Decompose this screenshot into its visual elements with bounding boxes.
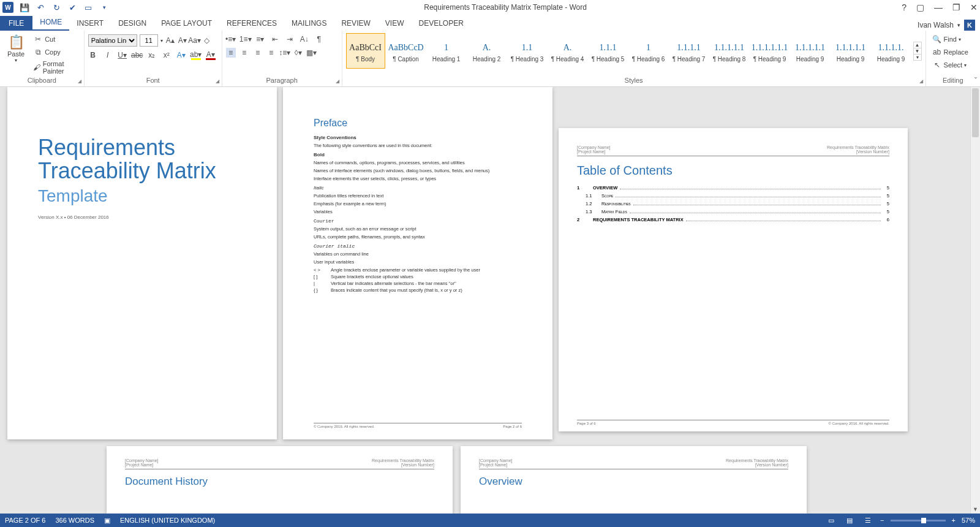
view-print-icon[interactable]: ▤	[843, 515, 856, 525]
zoom-in-icon[interactable]: +	[952, 517, 956, 524]
text-effects-icon[interactable]: A▾	[176, 50, 186, 60]
spellcheck-icon[interactable]: ✔	[67, 2, 77, 12]
style-item[interactable]: 1.1.1.1.1.1¶ Heading 9	[750, 33, 790, 69]
show-marks-icon[interactable]: ¶	[314, 34, 324, 44]
subscript-icon[interactable]: x₂	[147, 50, 157, 60]
tab-file[interactable]: FILE	[0, 16, 32, 31]
style-item[interactable]: AaBbCcI¶ Body	[346, 33, 385, 69]
style-item[interactable]: AaBbCcD¶ Caption	[386, 33, 426, 69]
paste-button[interactable]: 📋 Paste ▾	[4, 32, 28, 66]
tab-insert[interactable]: INSERT	[69, 16, 111, 31]
collapse-ribbon-icon[interactable]: ˇ	[973, 75, 979, 87]
minimize-icon[interactable]: —	[934, 2, 943, 12]
tab-home[interactable]: HOME	[32, 15, 69, 31]
justify-icon[interactable]: ≡	[266, 48, 276, 58]
sort-icon[interactable]: A↓	[300, 34, 309, 44]
bold-icon[interactable]: B	[88, 50, 98, 60]
status-page[interactable]: PAGE 2 OF 6	[5, 517, 45, 524]
tab-page-layout[interactable]: PAGE LAYOUT	[154, 16, 219, 31]
font-name-select[interactable]: Palatino Linoty	[88, 34, 137, 47]
scroll-thumb[interactable]	[972, 88, 979, 137]
replace-button[interactable]: abReplace	[930, 46, 976, 58]
clear-format-icon[interactable]: ◇	[202, 36, 212, 45]
scroll-down-icon[interactable]: ▼	[971, 505, 980, 514]
help-icon[interactable]: ?	[902, 2, 907, 12]
tab-review[interactable]: REVIEW	[334, 16, 377, 31]
numbering-icon[interactable]: 1≡▾	[241, 34, 251, 44]
find-icon: 🔍	[932, 34, 942, 44]
status-language[interactable]: ENGLISH (UNITED KINGDOM)	[120, 517, 215, 524]
status-words[interactable]: 366 WORDS	[55, 517, 94, 524]
cut-button[interactable]: ✂Cut	[31, 33, 80, 45]
vertical-scrollbar[interactable]: ▲ ▼	[970, 87, 980, 514]
style-item[interactable]: 1.1.1.1.1Heading 9	[831, 33, 870, 69]
styles-gallery[interactable]: AaBbCcI¶ BodyAaBbCcD¶ Caption1Heading 1A…	[346, 33, 911, 69]
styles-scroll-up-icon[interactable]: ▲	[914, 42, 921, 48]
touch-mode-icon[interactable]: ▭	[83, 2, 93, 12]
status-proofing-icon[interactable]: ▣	[104, 517, 110, 525]
select-button[interactable]: ↖Select▾	[930, 59, 976, 71]
zoom-slider[interactable]	[891, 520, 946, 521]
style-item[interactable]: 1.1¶ Heading 3	[508, 33, 547, 69]
style-item[interactable]: 1.1.1.1¶ Heading 7	[669, 33, 709, 69]
styles-launcher-icon[interactable]: ◢	[919, 78, 923, 84]
line-spacing-icon[interactable]: ↕≡▾	[280, 48, 290, 58]
group-paragraph: •≡▾ 1≡▾ ≡▾ ⇤ ⇥ A↓ ¶ ≡ ≡ ≡ ≡ ↕≡▾ ◊▾ ▦▾ Pa…	[222, 31, 342, 86]
multilevel-icon[interactable]: ≡▾	[255, 34, 265, 44]
window-controls: ? ▢ — ❐ ✕	[902, 2, 978, 12]
zoom-out-icon[interactable]: −	[880, 517, 884, 524]
toc-row: 2REQUIREMENTS TRACEABILITY MATRIX6	[577, 217, 889, 222]
style-item[interactable]: 1Heading 1	[427, 33, 466, 69]
close-icon[interactable]: ✕	[970, 2, 978, 12]
italic-icon[interactable]: I	[103, 50, 113, 60]
tab-design[interactable]: DESIGN	[111, 16, 154, 31]
highlight-icon[interactable]: ab▾	[191, 50, 201, 60]
document-area[interactable]: RequirementsTraceability Matrix Template…	[0, 87, 970, 514]
view-web-icon[interactable]: ☰	[862, 515, 874, 525]
undo-icon[interactable]: ↶	[36, 2, 45, 12]
paragraph-launcher-icon[interactable]: ◢	[336, 78, 339, 84]
maximize-icon[interactable]: ❐	[952, 2, 960, 12]
find-button[interactable]: 🔍Find▾	[930, 33, 976, 45]
style-item[interactable]: 1.1.1.1.1Heading 9	[791, 33, 830, 69]
align-center-icon[interactable]: ≡	[239, 48, 249, 58]
tab-view[interactable]: VIEW	[378, 16, 412, 31]
tab-mailings[interactable]: MAILINGS	[284, 16, 334, 31]
shrink-font-icon[interactable]: A▾	[178, 36, 187, 45]
zoom-level[interactable]: 57%	[962, 517, 975, 524]
style-item[interactable]: 1.1.1.1.Heading 9	[872, 33, 911, 69]
redo-icon[interactable]: ↻	[51, 2, 61, 12]
copy-button[interactable]: ⧉Copy	[31, 46, 80, 58]
font-color-icon[interactable]: A▾	[206, 50, 216, 60]
qat-more-icon[interactable]: ▾	[99, 2, 109, 12]
tab-developer[interactable]: DEVELOPER	[411, 16, 470, 31]
tab-references[interactable]: REFERENCES	[219, 16, 284, 31]
borders-icon[interactable]: ▦▾	[307, 48, 317, 58]
styles-expand-icon[interactable]: ▾	[914, 55, 921, 60]
bullets-icon[interactable]: •≡▾	[226, 34, 236, 44]
save-icon[interactable]: 💾	[20, 2, 29, 12]
ribbon-options-icon[interactable]: ▢	[916, 2, 924, 12]
font-launcher-icon[interactable]: ◢	[216, 78, 219, 84]
format-painter-button[interactable]: 🖌Format Painter	[31, 59, 80, 76]
styles-scroll-down-icon[interactable]: ▼	[914, 48, 921, 55]
grow-font-icon[interactable]: A▴	[165, 36, 175, 45]
user-area[interactable]: Ivan Walsh ▾ K	[918, 20, 980, 31]
align-left-icon[interactable]: ≡	[226, 48, 236, 58]
style-item[interactable]: A.¶ Heading 4	[548, 33, 587, 69]
style-item[interactable]: A.Heading 2	[467, 33, 507, 69]
style-item[interactable]: 1.1.1.1.1¶ Heading 8	[710, 33, 749, 69]
style-item[interactable]: 1¶ Heading 6	[629, 33, 668, 69]
superscript-icon[interactable]: x²	[162, 50, 172, 60]
style-item[interactable]: 1.1.1¶ Heading 5	[589, 33, 628, 69]
clipboard-launcher-icon[interactable]: ◢	[78, 78, 81, 84]
increase-indent-icon[interactable]: ⇥	[285, 34, 295, 44]
decrease-indent-icon[interactable]: ⇤	[270, 34, 280, 44]
align-right-icon[interactable]: ≡	[253, 48, 263, 58]
font-size-input[interactable]	[140, 34, 158, 47]
strike-icon[interactable]: abc	[132, 50, 142, 60]
underline-icon[interactable]: U▾	[118, 50, 127, 60]
change-case-icon[interactable]: Aa▾	[190, 36, 200, 45]
shading-icon[interactable]: ◊▾	[293, 48, 303, 58]
view-read-icon[interactable]: ▭	[825, 515, 837, 525]
